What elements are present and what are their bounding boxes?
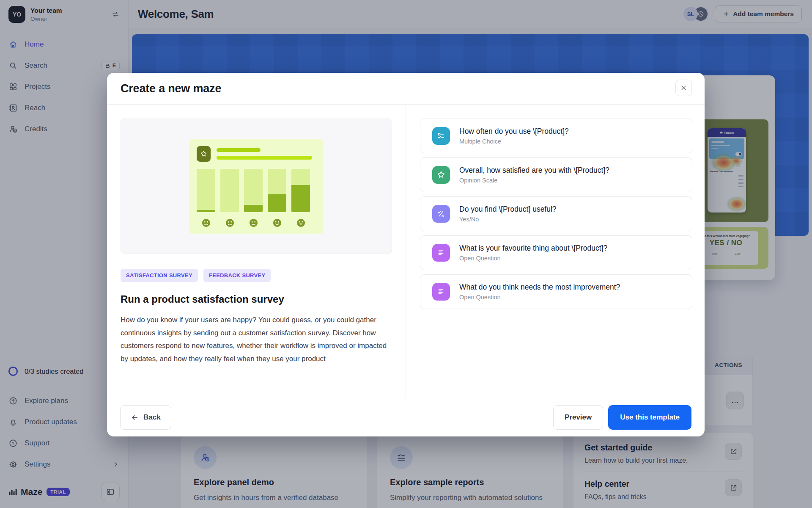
close-button[interactable] <box>675 80 692 96</box>
close-icon <box>680 84 687 91</box>
template-illustration <box>121 119 392 254</box>
tag-feedback-survey: FEEDBACK SURVEY <box>203 269 271 282</box>
modal-footer: Back Preview Use this template <box>107 398 705 436</box>
template-details-panel: SATISFACTION SURVEY FEEDBACK SURVEY Run … <box>107 105 406 398</box>
yes-no-icon <box>432 205 450 223</box>
frown-face-icon <box>220 218 239 228</box>
modal-header: Create a new maze <box>107 73 705 105</box>
question-item[interactable]: Overall, how satisfied are you with \[Pr… <box>420 157 692 192</box>
multiple-choice-icon <box>432 127 450 145</box>
back-label: Back <box>143 413 161 422</box>
question-type: Open Question <box>459 294 620 301</box>
question-type: Yes/No <box>459 216 557 223</box>
open-question-icon <box>432 283 450 301</box>
question-title: How often do you use \[Product]? <box>459 127 569 136</box>
neutral-face-icon <box>244 218 263 228</box>
emoji-scale <box>197 218 316 228</box>
opinion-scale-icon <box>432 166 450 184</box>
open-question-icon <box>432 244 450 262</box>
question-title: Overall, how satisfied are you with \[Pr… <box>459 166 609 175</box>
sad-face-icon <box>197 218 215 228</box>
rating-bars <box>197 169 316 212</box>
question-type: Multiple Choice <box>459 138 569 145</box>
survey-illustration-card <box>189 139 324 234</box>
modal-title: Create a new maze <box>121 82 221 95</box>
star-icon <box>197 146 211 162</box>
back-button[interactable]: Back <box>120 405 171 430</box>
grin-face-icon <box>291 218 310 228</box>
question-title: What do you think needs the most improve… <box>459 283 620 292</box>
tag-satisfaction-survey: SATISFACTION SURVEY <box>121 269 198 282</box>
question-type: Open Question <box>459 255 607 262</box>
question-item[interactable]: Do you find \[Product] useful? Yes/No <box>420 196 692 231</box>
smile-face-icon <box>268 218 286 228</box>
question-item[interactable]: What is your favourite thing about \[Pro… <box>420 235 692 270</box>
use-template-button[interactable]: Use this template <box>608 405 691 430</box>
app-screen: YO Your team Owner Home Search E <box>0 0 812 508</box>
question-list-panel: How often do you use \[Product]? Multipl… <box>406 105 705 398</box>
question-item[interactable]: How often do you use \[Product]? Multipl… <box>420 119 692 153</box>
preview-button[interactable]: Preview <box>553 405 603 430</box>
question-title: Do you find \[Product] useful? <box>459 205 557 214</box>
template-tags: SATISFACTION SURVEY FEEDBACK SURVEY <box>121 269 392 282</box>
question-title: What is your favourite thing about \[Pro… <box>459 244 607 253</box>
template-heading: Run a product satisfaction survey <box>121 293 392 305</box>
question-type: Opinion Scale <box>459 177 609 184</box>
arrow-left-icon <box>131 414 139 422</box>
template-description: How do you know if your users are happy?… <box>121 314 392 365</box>
question-item[interactable]: What do you think needs the most improve… <box>420 274 692 309</box>
create-maze-modal: Create a new maze <box>107 73 705 436</box>
